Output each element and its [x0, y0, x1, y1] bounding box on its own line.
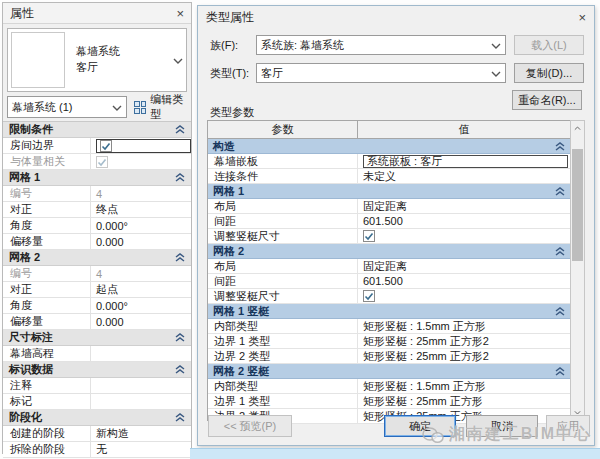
room-bounding-checkbox[interactable] — [100, 140, 112, 152]
row-value[interactable]: 0.000 — [91, 234, 191, 249]
table-row[interactable]: 边界 1 类型 矩形竖梃 : 25mm 正方形2 — [208, 334, 570, 349]
table-row[interactable]: 内部类型 矩形竖梃 : 1.5mm 正方形 — [208, 319, 570, 334]
dialog-titlebar[interactable]: 类型属性 × — [198, 6, 594, 29]
collapse-icon[interactable] — [175, 365, 185, 374]
collapse-icon[interactable] — [175, 253, 185, 262]
adjust-mullion-checkbox[interactable] — [363, 230, 375, 242]
row-value[interactable] — [91, 394, 191, 409]
cancel-button[interactable]: 取消 — [466, 415, 538, 437]
collapse-icon[interactable] — [555, 247, 565, 256]
row-value[interactable]: 系统嵌板 : 客厅 — [363, 155, 568, 168]
row-label: 边界 1 类型 — [208, 334, 358, 349]
duplicate-button[interactable]: 复制(D)... — [514, 63, 584, 83]
type-selector-line2: 客厅 — [76, 60, 170, 76]
property-row[interactable]: 对正 起点 — [3, 282, 191, 298]
row-value[interactable]: 601.500 — [358, 214, 570, 228]
ok-button[interactable]: 确定 — [384, 415, 456, 437]
vertical-scrollbar[interactable] — [570, 120, 585, 421]
row-value[interactable]: 0.000° — [91, 218, 191, 233]
row-label: 与体量相关 — [3, 154, 91, 169]
collapse-icon[interactable] — [555, 367, 565, 376]
row-value[interactable]: 固定距离 — [358, 259, 570, 273]
collapse-icon[interactable] — [175, 125, 185, 134]
scrollbar-thumb[interactable] — [572, 149, 583, 261]
property-row[interactable]: 标记 — [3, 394, 191, 410]
table-row[interactable]: 边界 1 类型 矩形竖梃 : 25mm 正方形 — [208, 394, 570, 409]
rename-button[interactable]: 重命名(R)... — [512, 90, 582, 110]
scroll-up-icon[interactable] — [571, 121, 584, 135]
row-value[interactable]: 起点 — [91, 282, 191, 297]
row-label: 角度 — [3, 298, 91, 313]
row-value[interactable] — [91, 346, 191, 361]
family-combobox[interactable]: 系统族: 幕墙系统 — [256, 35, 506, 55]
row-value[interactable]: 矩形竖梃 : 1.5mm 正方形 — [358, 319, 570, 333]
collapse-icon[interactable] — [555, 142, 565, 151]
row-value[interactable]: 固定距离 — [358, 199, 570, 213]
row-value[interactable]: 0.000 — [91, 314, 191, 329]
table-row[interactable]: 边界 2 类型 矩形竖梃 : 25mm 正方形2 — [208, 349, 570, 364]
group-header[interactable]: 构造 — [208, 139, 570, 154]
collapse-icon[interactable] — [555, 307, 565, 316]
table-row[interactable]: 布局 固定距离 — [208, 199, 570, 214]
property-row[interactable]: 对正 终点 — [3, 202, 191, 218]
table-row[interactable]: 幕墙嵌板 系统嵌板 : 客厅 — [208, 154, 570, 169]
close-icon[interactable]: × — [578, 11, 586, 24]
property-row[interactable]: 偏移量 0.000 — [3, 314, 191, 330]
property-row[interactable]: 角度 0.000° — [3, 218, 191, 234]
section-header[interactable]: 网格 1 — [3, 170, 191, 186]
group-header[interactable]: 网格 2 竖梃 — [208, 364, 570, 379]
row-value[interactable]: 矩形竖梃 : 25mm 正方形2 — [358, 334, 570, 348]
table-row[interactable]: 间距 601.500 — [208, 274, 570, 289]
row-value[interactable]: 未定义 — [358, 169, 570, 183]
collapse-icon[interactable] — [175, 173, 185, 182]
collapse-icon[interactable] — [175, 413, 185, 422]
section-header[interactable]: 网格 2 — [3, 250, 191, 266]
palette-titlebar: 属性 × — [3, 3, 191, 24]
section-header[interactable]: 阶段化 — [3, 410, 191, 426]
group-header[interactable]: 网格 1 竖梃 — [208, 304, 570, 319]
row-value[interactable]: 新构造 — [91, 426, 191, 441]
section-header[interactable]: 尺寸标注 — [3, 330, 191, 346]
type-combobox[interactable]: 客厅 — [256, 63, 506, 83]
property-row[interactable]: 房间边界 — [3, 138, 191, 154]
row-value[interactable]: 矩形竖梃 : 25mm 正方形2 — [358, 349, 570, 363]
row-value[interactable]: 矩形竖梃 : 25mm 正方形 — [358, 394, 570, 408]
table-row[interactable]: 内部类型 矩形竖梃 : 1.5mm 正方形 — [208, 379, 570, 394]
property-row[interactable]: 偏移量 0.000 — [3, 234, 191, 250]
property-row[interactable]: 创建的阶段 新构造 — [3, 426, 191, 442]
property-row[interactable]: 角度 0.000° — [3, 298, 191, 314]
table-row[interactable]: 间距 601.500 — [208, 214, 570, 229]
collapse-icon[interactable] — [555, 187, 565, 196]
edit-type-button[interactable]: 编辑类型 — [131, 96, 187, 118]
table-row[interactable]: 连接条件 未定义 — [208, 169, 570, 184]
table-row[interactable]: 调整竖梃尺寸 — [208, 289, 570, 304]
adjust-mullion-checkbox[interactable] — [363, 290, 375, 302]
row-value[interactable] — [91, 378, 191, 393]
property-row[interactable]: 幕墙高程 — [3, 346, 191, 362]
type-selector[interactable]: 幕墙系统 客厅 — [7, 28, 187, 92]
row-value[interactable]: 终点 — [91, 202, 191, 217]
row-label: 间距 — [208, 274, 358, 289]
property-row[interactable]: 拆除的阶段 无 — [3, 442, 191, 458]
type-properties-dialog: 类型属性 × 族(F): 系统族: 幕墙系统 载入(L) 类型(T): 客厅 复… — [197, 5, 595, 446]
instance-filter-combobox[interactable]: 幕墙系统 (1) — [7, 96, 127, 118]
row-value[interactable]: 0.000° — [91, 298, 191, 313]
row-label: 偏移量 — [3, 314, 91, 329]
section-header[interactable]: 标识数据 — [3, 362, 191, 378]
section-header[interactable]: 限制条件 — [3, 122, 191, 138]
row-value[interactable]: 矩形竖梃 : 1.5mm 正方形 — [358, 379, 570, 393]
type-parameters-table: 参数 值 构造 幕墙嵌板 系统嵌板 : 客厅 连接条件 未定义 网格 1 布局 … — [207, 120, 571, 421]
property-row[interactable]: 注释 — [3, 378, 191, 394]
row-value[interactable]: 无 — [91, 442, 191, 457]
close-icon[interactable]: × — [176, 7, 184, 20]
table-row[interactable]: 调整竖梃尺寸 — [208, 229, 570, 244]
table-header: 参数 值 — [208, 121, 570, 139]
row-value[interactable]: 601.500 — [358, 274, 570, 288]
row-label: 标记 — [3, 394, 91, 409]
group-header[interactable]: 网格 1 — [208, 184, 570, 199]
table-row[interactable]: 布局 固定距离 — [208, 259, 570, 274]
edit-type-icon — [134, 101, 146, 114]
collapse-icon[interactable] — [175, 333, 185, 342]
load-button: 载入(L) — [514, 35, 584, 55]
group-header[interactable]: 网格 2 — [208, 244, 570, 259]
